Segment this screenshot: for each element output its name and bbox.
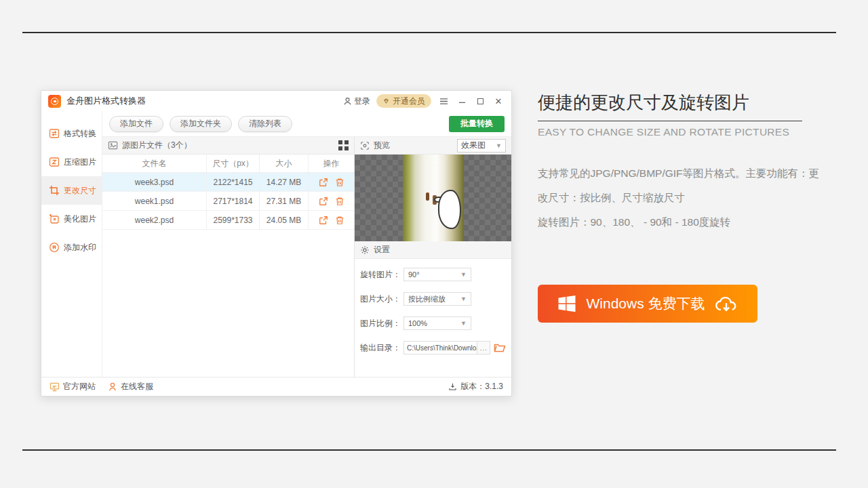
source-files-title: 源图片文件（3个） [122, 140, 192, 151]
window-title: 金舟图片格式转换器 [66, 95, 146, 107]
ratio-select[interactable]: 100% ▼ [403, 317, 471, 330]
preview-title: 预览 [374, 140, 390, 151]
resize-icon [49, 185, 60, 196]
page-title: 便捷的更改尺寸及旋转图片 [538, 91, 802, 121]
open-folder-icon[interactable] [494, 342, 506, 353]
monitor-icon [50, 382, 60, 392]
user-icon [343, 97, 352, 106]
page: 金舟图片格式转换器 登录 开通会员 [0, 0, 868, 488]
chevron-down-icon: ▼ [496, 142, 502, 149]
rotate-select[interactable]: 90° ▼ [403, 268, 471, 281]
watermark-icon [49, 242, 60, 253]
source-files-panel: 源图片文件（3个） 文件名 尺寸（px） 大小 操作 wee [102, 137, 355, 377]
sidebar-item-compress[interactable]: 压缩图片 [41, 148, 102, 176]
preview-eye-icon [360, 141, 370, 150]
batch-convert-button[interactable]: 批量转换 [449, 116, 505, 132]
chevron-down-icon: ▼ [460, 320, 467, 327]
marketing-section: 便捷的更改尺寸及旋转图片 EASY TO CHANGE SIZE AND ROT… [538, 91, 802, 138]
bottom-divider [22, 449, 836, 451]
open-file-icon[interactable] [319, 178, 328, 187]
table-header: 文件名 尺寸（px） 大小 操作 [102, 155, 354, 173]
col-dimensions: 尺寸（px） [207, 155, 260, 172]
size-mode-label: 图片大小： [360, 293, 403, 305]
beautify-icon [49, 214, 60, 224]
gem-icon [382, 98, 390, 105]
chevron-down-icon: ▼ [460, 296, 467, 302]
statusbar: 官方网站 在线客服 版本：3.1.3 [41, 377, 511, 396]
update-download-icon [448, 382, 457, 391]
add-file-button[interactable]: 添加文件 [109, 116, 163, 132]
feature-description: 支持常见的JPG/PNG/BMP/GIF等图片格式。主要功能有：更 改尺寸：按比… [538, 161, 844, 235]
titlebar: 金舟图片格式转换器 登录 开通会员 [41, 91, 511, 111]
login-button[interactable]: 登录 [343, 96, 370, 107]
sidebar-item-beautify[interactable]: 美化图片 [41, 205, 102, 233]
sidebar: 格式转换 压缩图片 [41, 111, 102, 377]
official-website-link[interactable]: 官方网站 [50, 381, 96, 392]
toolbar: 添加文件 添加文件夹 清除列表 批量转换 [102, 111, 511, 136]
table-row[interactable]: week3.psd 2122*1415 14.27 MB [102, 173, 354, 192]
image-file-icon [108, 140, 118, 150]
cloud-download-icon [714, 293, 738, 314]
clear-list-button[interactable]: 清除列表 [238, 116, 292, 132]
delete-file-icon[interactable] [335, 178, 344, 187]
support-person-icon [108, 382, 117, 392]
minimize-button[interactable] [456, 95, 468, 107]
grid-view-icon[interactable] [338, 140, 349, 150]
format-convert-icon [49, 128, 60, 139]
preview-image [403, 155, 464, 241]
preview-settings-panel: 预览 效果图 ▼ [355, 137, 511, 377]
page-subtitle: EASY TO CHANGE SIZE AND ROTATE PICTURES [538, 126, 802, 138]
preview-canvas [355, 155, 511, 241]
app-logo-icon [48, 95, 61, 108]
online-support-link[interactable]: 在线客服 [108, 381, 153, 392]
table-row[interactable]: week2.psd 2599*1733 24.05 MB [102, 211, 354, 230]
delete-file-icon[interactable] [335, 216, 344, 225]
sidebar-item-watermark[interactable]: 添加水印 [41, 233, 102, 262]
chevron-down-icon: ▼ [460, 271, 467, 278]
menu-icon[interactable] [437, 95, 450, 107]
windows-logo-icon [557, 293, 577, 314]
gear-icon [360, 245, 370, 255]
maximize-button[interactable] [474, 95, 486, 107]
output-dir-label: 输出目录： [360, 342, 403, 354]
size-mode-select[interactable]: 按比例缩放 ▼ [403, 292, 471, 306]
preview-mode-select[interactable]: 效果图 ▼ [457, 139, 506, 152]
open-file-icon[interactable] [319, 197, 328, 206]
rotate-label: 旋转图片： [360, 269, 403, 281]
output-dir-input[interactable]: C:\Users\Think\Downloads [403, 341, 477, 354]
col-filename: 文件名 [102, 155, 207, 172]
table-row[interactable]: week1.psd 2717*1814 27.31 MB [102, 192, 354, 211]
ratio-label: 图片比例： [360, 318, 403, 329]
sidebar-item-resize[interactable]: 更改尺寸 [41, 176, 102, 205]
browse-button[interactable]: ... [477, 341, 490, 354]
vip-button[interactable]: 开通会员 [376, 94, 431, 108]
delete-file-icon[interactable] [335, 197, 344, 206]
compress-icon [49, 157, 60, 167]
windows-download-button[interactable]: Windows 免费下载 [538, 285, 757, 323]
close-button[interactable]: ✕ [492, 95, 505, 107]
add-folder-button[interactable]: 添加文件夹 [170, 116, 232, 132]
settings-title: 设置 [374, 244, 390, 256]
settings-body: 旋转图片： 90° ▼ 图片大小： 按比例缩放 ▼ [355, 259, 511, 377]
col-size: 大小 [260, 155, 309, 172]
top-divider [22, 32, 836, 33]
open-file-icon[interactable] [319, 216, 328, 225]
version-info[interactable]: 版本：3.1.3 [448, 381, 503, 392]
app-window: 金舟图片格式转换器 登录 开通会员 [41, 90, 512, 396]
sidebar-item-format-convert[interactable]: 格式转换 [41, 119, 102, 148]
col-operations: 操作 [309, 155, 354, 172]
